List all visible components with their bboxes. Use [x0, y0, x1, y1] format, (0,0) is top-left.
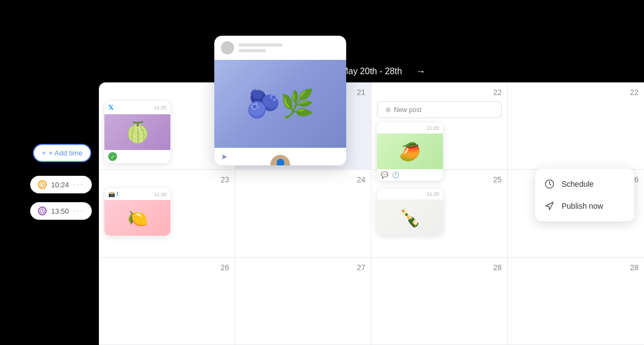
time-slot-2[interactable]: 13:50 ··· — [30, 202, 92, 220]
day-number-22b: 22 — [513, 88, 639, 97]
instagram-icon: 📸 — [108, 191, 115, 197]
post-card-header: 11:20 — [377, 123, 443, 133]
calendar-cell-22a: 22 ⊕ New post 11:20 💬 🕐 — [371, 82, 508, 170]
post-card-header: 11:20 — [377, 188, 443, 199]
time-value-1: 10:24 — [51, 181, 69, 189]
twitter-icon: 𝕏 — [108, 104, 114, 112]
feature-card-header — [214, 36, 346, 60]
dots-menu-1[interactable]: ··· — [74, 180, 84, 190]
feature-card-image: 🫐🌿 — [214, 60, 346, 148]
send-icon — [544, 201, 555, 212]
feature-card-text-lines — [238, 43, 282, 52]
check-icon: ✓ — [108, 152, 117, 161]
facebook-icon: f — [116, 191, 118, 197]
new-post-button[interactable]: ⊕ New post — [377, 101, 502, 118]
feature-card-avatar — [221, 41, 234, 54]
calendar-cell-27: 27 — [235, 258, 371, 345]
day-number-28b: 28 — [513, 263, 639, 272]
plus-circle-icon: ⊕ — [385, 105, 391, 114]
schedule-label: Schedule — [562, 180, 593, 188]
day-number-20: 20 — [104, 88, 229, 97]
calendar-nav: ← May 20th - 28th → — [99, 60, 644, 82]
calendar-cell-25: 25 11:20 — [371, 170, 508, 257]
action-menu: Schedule Publish now — [535, 169, 634, 221]
time-slot-1[interactable]: 10:24 ··· — [30, 176, 92, 193]
post-card-melon[interactable]: 𝕏 11:20 ✓ — [104, 101, 170, 163]
post-time: 11:20 — [426, 125, 439, 131]
card-send-icon: ➤ — [221, 152, 227, 161]
post-time: 11:20 — [426, 191, 439, 197]
day-number-27: 27 — [241, 263, 365, 272]
social-icons: 𝕏 — [108, 104, 114, 112]
calendar-grid: 20 𝕏 11:20 ✓ 21 22 ⊕ — [99, 82, 644, 345]
post-time: 11:20 — [154, 105, 166, 110]
date-range-title: May 20th - 28th — [341, 66, 402, 76]
post-card-bottles[interactable]: 11:20 — [377, 188, 443, 235]
post-footer: ✓ — [104, 150, 170, 163]
day-number-25: 25 — [377, 175, 502, 184]
post-card-header: 𝕏 11:20 — [104, 101, 170, 114]
calendar-cell-23: 23 📸 f 11:20 — [99, 170, 235, 257]
schedule-clock-icon — [544, 179, 555, 190]
time-value-2: 13:50 — [51, 207, 69, 215]
calendar-cell-26: 26 Schedule — [508, 170, 644, 257]
day-number-22: 22 — [377, 88, 502, 97]
calendar-cell-28b: 28 — [508, 258, 644, 345]
clock-purple-icon — [38, 207, 47, 215]
post-image-melon — [104, 114, 170, 150]
text-line-1 — [238, 43, 282, 47]
calendar-cell-28a: 28 — [371, 258, 508, 345]
day-number-26b: 26 — [104, 263, 229, 272]
new-post-label: New post — [394, 106, 421, 114]
day-number-23: 23 — [104, 175, 229, 184]
feature-card-blueberry: 🫐🌿 ➤ 👤 — [214, 36, 346, 165]
add-time-label: + Add time — [49, 149, 83, 157]
post-card-citrus[interactable]: 📸 f 11:20 — [104, 188, 170, 236]
calendar-cell-26b: 26 — [99, 258, 235, 345]
add-time-button[interactable]: + + Add time — [33, 144, 91, 162]
publish-now-label: Publish now — [562, 202, 603, 210]
next-nav-arrow[interactable]: → — [413, 64, 429, 79]
day-number-24: 24 — [241, 175, 365, 184]
calendar-cell-22b: 22 — [508, 82, 644, 170]
calendar-cell-24: 24 — [235, 170, 371, 257]
post-card-header: 📸 f 11:20 — [104, 188, 170, 200]
plus-icon: + — [42, 149, 46, 157]
schedule-menu-item[interactable]: Schedule — [535, 173, 634, 195]
dots-menu-2[interactable]: ··· — [74, 206, 84, 216]
social-icons: 📸 f — [108, 191, 118, 197]
calendar-container: 20 𝕏 11:20 ✓ 21 22 ⊕ — [99, 82, 644, 345]
post-time: 11:20 — [154, 192, 166, 197]
publish-now-menu-item[interactable]: Publish now — [535, 195, 634, 217]
day-number-28a: 28 — [377, 263, 502, 272]
clock-orange-icon — [38, 180, 47, 189]
post-image-bottles — [377, 199, 443, 235]
post-image-citrus — [104, 200, 170, 236]
post-image-papaya — [377, 133, 443, 169]
text-line-2 — [238, 49, 266, 52]
